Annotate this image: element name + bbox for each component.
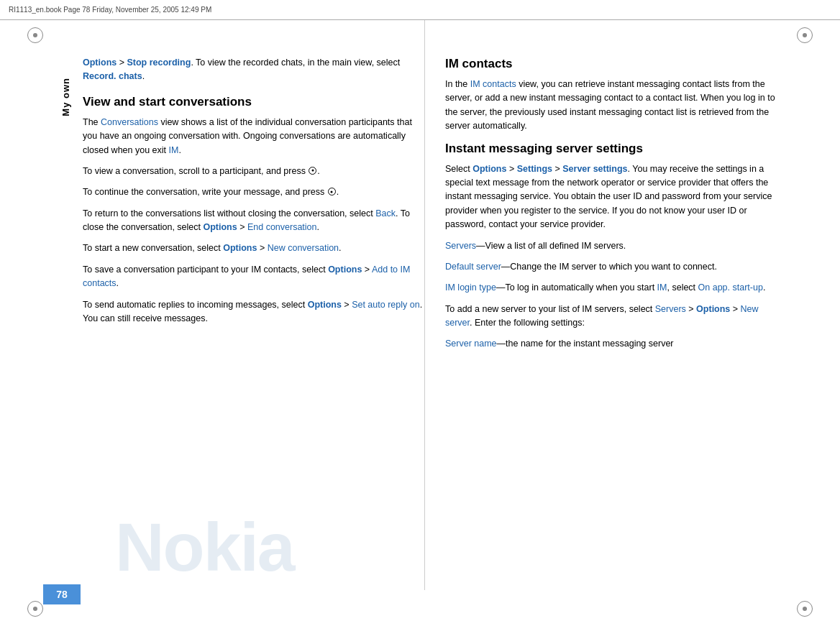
- back-link: Back: [375, 208, 396, 218]
- top-bar: RI1113_en.book Page 78 Friday, November …: [0, 0, 840, 20]
- page-number-box: 78: [43, 584, 81, 604]
- on-app-startup-link: On app. start-up: [698, 282, 763, 293]
- para1-before: The: [83, 117, 101, 127]
- servers-label: Servers: [445, 241, 476, 251]
- im-link-1: IM: [169, 145, 179, 155]
- im-login-type-label: IM login type: [445, 282, 496, 293]
- servers-link-ns: Servers: [655, 304, 686, 314]
- settings-link: Settings: [517, 164, 552, 174]
- para4-end: .: [317, 222, 319, 232]
- para-conversations-2: To view a conversation, scroll to a part…: [83, 165, 424, 178]
- reg-mark-bottom-left: [27, 601, 43, 617]
- para4-before: To return to the conversations list with…: [83, 208, 375, 218]
- server-name-dash: —the name for the instant messaging serv…: [497, 339, 674, 349]
- set-auto-reply-link: Set auto reply on: [352, 300, 420, 310]
- options-label-7: Options: [308, 300, 342, 310]
- top-options-para: Options > Stop recording. To view the re…: [83, 56, 424, 84]
- options-label-ns: Options: [696, 304, 730, 314]
- im-login-dash: —To log in automatically when you start: [496, 282, 657, 293]
- left-sidebar: My own: [54, 20, 77, 644]
- options-label-ss: Options: [472, 164, 506, 174]
- sep4: >: [237, 222, 247, 232]
- nav-key-icon-2: [328, 188, 336, 196]
- para-conversations-6: To save a conversation participant to yo…: [83, 263, 424, 291]
- para-conversations-5: To start a new conversation, select Opti…: [83, 242, 424, 255]
- header-text: RI1113_en.book Page 78 Friday, November …: [9, 6, 211, 14]
- sep5: >: [257, 243, 267, 253]
- para5-before: To start a new conversation, select: [83, 243, 223, 253]
- para-conversations-4: To return to the conversations list with…: [83, 207, 424, 235]
- para-new-server: To add a new server to your list of IM s…: [445, 303, 786, 331]
- para-im-contacts: In the IM contacts view, you can retriev…: [445, 78, 786, 134]
- para7-before: To send automatic replies to incoming me…: [83, 300, 308, 310]
- ns-sep1: >: [686, 304, 696, 314]
- period-top: .: [142, 71, 145, 81]
- options-label-top: Options: [83, 58, 117, 68]
- content-area: Options > Stop recording. To view the re…: [83, 20, 786, 590]
- para-server-settings-1: Select Options > Settings > Server setti…: [445, 162, 786, 232]
- ss-sep2: >: [552, 164, 562, 174]
- default-server-label: Default server: [445, 262, 501, 272]
- text-after-stop: . To view the recorded chats, in the mai…: [191, 58, 400, 68]
- default-server-item: Default server—Change the IM server to w…: [445, 260, 786, 274]
- sep6: >: [362, 264, 372, 275]
- para-conversations-7: To send automatic replies to incoming me…: [83, 298, 424, 326]
- sep-top: >: [117, 58, 127, 68]
- stop-recording-link: Stop recording: [127, 58, 191, 68]
- sidebar-label: My own: [60, 78, 71, 116]
- ss-before: Select: [445, 164, 472, 174]
- para2-before: To view a conversation, scroll to a part…: [83, 166, 308, 176]
- section-heading-im-contacts: IM contacts: [445, 56, 786, 72]
- servers-item: Servers—View a list of all defined IM se…: [445, 239, 786, 253]
- default-server-dash: —Change the IM server to which you want …: [501, 262, 717, 272]
- para6-before: To save a conversation participant to yo…: [83, 264, 328, 275]
- right-column: IM contacts In the IM contacts view, you…: [445, 20, 786, 590]
- para3-end: .: [337, 187, 339, 197]
- ns-before: To add a new server to your list of IM s…: [445, 304, 655, 314]
- im-contacts-link: IM contacts: [470, 79, 516, 89]
- server-name-item: Server name—the name for the instant mes…: [445, 337, 786, 351]
- im-link-login: IM: [657, 282, 667, 293]
- para-conversations-3: To continue the conversation, write your…: [83, 185, 424, 199]
- para2-end: .: [317, 166, 319, 176]
- end-conversation-link: End conversation: [247, 222, 317, 232]
- ns-sep2: >: [730, 304, 740, 314]
- conversations-link: Conversations: [101, 117, 158, 127]
- im-contacts-before: In the: [445, 79, 470, 89]
- options-label-6: Options: [328, 264, 362, 275]
- options-label-4: Options: [203, 222, 237, 232]
- sep7: >: [342, 300, 352, 310]
- reg-mark-top-right: [797, 27, 813, 43]
- ns-after: . Enter the following settings:: [470, 318, 585, 328]
- reg-mark-top-left: [27, 27, 43, 43]
- para1-end: .: [178, 145, 181, 155]
- page-container: RI1113_en.book Page 78 Friday, November …: [0, 0, 840, 644]
- options-label-5: Options: [223, 243, 257, 253]
- page-number: 78: [56, 589, 68, 600]
- server-name-label: Server name: [445, 339, 497, 349]
- section-heading-conversations: View and start conversations: [83, 94, 424, 110]
- nav-key-icon-1: [309, 167, 316, 175]
- para3-before: To continue the conversation, write your…: [83, 187, 327, 197]
- left-column: Options > Stop recording. To view the re…: [83, 20, 424, 590]
- para6-end: .: [117, 278, 119, 288]
- im-login-type-item: IM login type—To log in automatically wh…: [445, 281, 786, 295]
- reg-mark-bottom-right: [797, 601, 813, 617]
- servers-dash: —View a list of all defined IM servers.: [476, 241, 626, 251]
- new-conversation-link: New conversation: [268, 243, 339, 253]
- im-login-end: .: [763, 282, 765, 293]
- section-heading-server-settings: Instant messaging server settings: [445, 141, 786, 157]
- para5-end: .: [339, 243, 341, 253]
- para-conversations-1: The Conversations view shows a list of t…: [83, 116, 424, 157]
- record-chats-link: Record. chats: [83, 71, 142, 81]
- ss-sep1: >: [506, 164, 516, 174]
- server-settings-link: Server settings: [562, 164, 627, 174]
- im-login-mid: , select: [667, 282, 698, 293]
